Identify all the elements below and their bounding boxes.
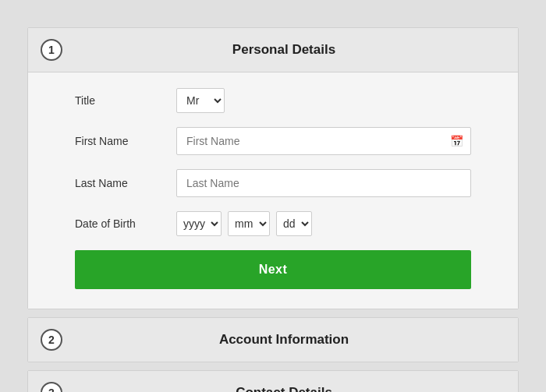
section-header-3[interactable]: 3 Contact Details bbox=[28, 371, 518, 392]
next-btn-row: Next bbox=[75, 250, 471, 289]
page-wrapper: 1 Personal Details Title Mr Mrs Ms Dr bbox=[16, 16, 530, 392]
title-control: Mr Mrs Ms Dr bbox=[176, 88, 471, 113]
title-select[interactable]: Mr Mrs Ms Dr bbox=[176, 88, 225, 113]
section-header-1: 1 Personal Details bbox=[28, 28, 518, 72]
dob-label: Date of Birth bbox=[75, 217, 176, 230]
section-personal-details: 1 Personal Details Title Mr Mrs Ms Dr bbox=[27, 27, 519, 309]
firstname-control: 📅 bbox=[176, 127, 471, 155]
section-contact-details: 3 Contact Details bbox=[27, 370, 519, 392]
calendar-icon: 📅 bbox=[450, 135, 463, 147]
lastname-control bbox=[176, 169, 471, 197]
dob-day-select[interactable]: dd bbox=[276, 211, 312, 236]
section-number-3: 3 bbox=[41, 382, 62, 392]
section-title-2: Account Information bbox=[62, 332, 505, 348]
title-label: Title bbox=[75, 94, 176, 107]
section-header-2[interactable]: 2 Account Information bbox=[28, 318, 518, 362]
dob-row: Date of Birth yyyy mm dd bbox=[75, 211, 471, 236]
section-number-2: 2 bbox=[41, 329, 62, 351]
dob-month-select[interactable]: mm bbox=[228, 211, 270, 236]
lastname-label: Last Name bbox=[75, 177, 176, 189]
firstname-input[interactable] bbox=[176, 127, 471, 155]
next-button[interactable]: Next bbox=[75, 250, 471, 289]
section-title-1: Personal Details bbox=[62, 42, 505, 58]
section-account-info: 2 Account Information bbox=[27, 317, 519, 362]
dob-control: yyyy mm dd bbox=[176, 211, 471, 236]
title-row: Title Mr Mrs Ms Dr bbox=[75, 88, 471, 113]
section-title-3: Contact Details bbox=[62, 385, 505, 392]
section-number-1: 1 bbox=[41, 39, 62, 61]
dob-year-select[interactable]: yyyy bbox=[176, 211, 222, 236]
lastname-input[interactable] bbox=[176, 169, 471, 197]
firstname-row: First Name 📅 bbox=[75, 127, 471, 155]
lastname-row: Last Name bbox=[75, 169, 471, 197]
firstname-label: First Name bbox=[75, 135, 176, 147]
section-body-1: Title Mr Mrs Ms Dr First Name 📅 bbox=[28, 72, 518, 309]
